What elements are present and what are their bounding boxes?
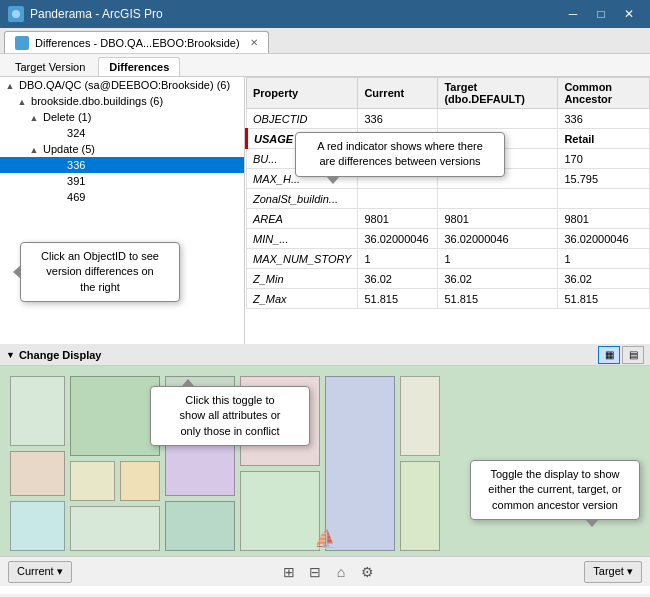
- app-title: Panderama - ArcGIS Pro: [30, 7, 163, 21]
- tree-item-buildings[interactable]: ▲ brookside.dbo.buildings (6): [0, 93, 244, 109]
- tree-item-label: DBO.QA/QC (sa@DEEBOO:Brookside) (6): [19, 79, 230, 91]
- tree-item-label: Delete (1): [43, 111, 91, 123]
- tab-label: Differences - DBO.QA...EBOO:Brookside): [35, 37, 240, 49]
- map-feature-4: [70, 376, 160, 456]
- app-icon: [8, 6, 24, 22]
- map-feature-2: [10, 451, 65, 496]
- cell-ancestor: [558, 189, 650, 209]
- expand-icon: ▲: [16, 97, 28, 107]
- tree-item-469[interactable]: 469: [0, 189, 244, 205]
- cell-current: 9801: [358, 209, 438, 229]
- cell-property: AREA: [247, 209, 358, 229]
- tab-close-icon[interactable]: ✕: [250, 37, 258, 48]
- map-feature-7: [70, 506, 160, 551]
- expand-icon: ▲: [4, 81, 16, 91]
- col-property: Property: [247, 78, 358, 109]
- minimize-button[interactable]: ─: [560, 4, 586, 24]
- cell-target: 1: [438, 249, 558, 269]
- callout-objectid: Click an ObjectID to see version differe…: [20, 242, 180, 302]
- cell-current: 51.815: [358, 289, 438, 309]
- tree-item-label: Update (5): [43, 143, 95, 155]
- settings-button[interactable]: ⚙: [356, 561, 378, 583]
- table-row: Z_Max51.81551.81551.815: [247, 289, 650, 309]
- tree-item-update[interactable]: ▲ Update (5): [0, 141, 244, 157]
- map-feature-12: [240, 471, 320, 551]
- col-target: Target (dbo.DEFAULT): [438, 78, 558, 109]
- col-ancestor: Common Ancestor: [558, 78, 650, 109]
- cell-ancestor: 1: [558, 249, 650, 269]
- change-display-section: ▼ Change Display ▦ ▤: [0, 344, 650, 594]
- change-display-header: ▼ Change Display ▦ ▤: [0, 344, 650, 366]
- home-button[interactable]: ⌂: [330, 561, 352, 583]
- cell-target: [438, 189, 558, 209]
- expand-icon: [52, 193, 64, 203]
- tree-item-324[interactable]: 324: [0, 125, 244, 141]
- map-feature-13: [325, 376, 395, 551]
- table-row: MIN_...36.0200004636.0200004636.02000046: [247, 229, 650, 249]
- tree-item-336[interactable]: 336: [0, 157, 244, 173]
- cell-current: 1: [358, 249, 438, 269]
- zoom-out-button[interactable]: ⊟: [304, 561, 326, 583]
- cell-property: MAX_NUM_STORY: [247, 249, 358, 269]
- cell-target: 36.02000046: [438, 229, 558, 249]
- cell-target: 51.815: [438, 289, 558, 309]
- tab-differences[interactable]: Differences: [98, 57, 180, 76]
- cell-target: 36.02: [438, 269, 558, 289]
- cell-target: [438, 109, 558, 129]
- change-display-label: Change Display: [19, 349, 102, 361]
- grid-view-button[interactable]: ▦: [598, 346, 620, 364]
- current-version-button[interactable]: Current ▾: [8, 561, 72, 583]
- map-feature-10: [165, 501, 235, 551]
- diff-table: Property Current Target (dbo.DEFAULT) Co…: [245, 77, 650, 309]
- callout-toggle: Click this toggle to show all attributes…: [150, 386, 310, 446]
- tree-item-label: 391: [67, 175, 85, 187]
- diff-table-panel: Property Current Target (dbo.DEFAULT) Co…: [245, 77, 650, 344]
- tab-target-version[interactable]: Target Version: [4, 57, 96, 76]
- cell-property: OBJECTID: [247, 109, 358, 129]
- map-feature-15: [400, 461, 440, 551]
- chevron-icon: ▼: [6, 350, 15, 360]
- tab-bar: Differences - DBO.QA...EBOO:Brookside) ✕: [0, 28, 650, 54]
- tree-item-label: 324: [67, 127, 85, 139]
- tree-item-391[interactable]: 391: [0, 173, 244, 189]
- cell-current: [358, 189, 438, 209]
- tab-icon: [15, 36, 29, 50]
- expand-icon: [52, 161, 64, 171]
- map-feature-5: [70, 461, 115, 501]
- status-icons: ⊞ ⊟ ⌂ ⚙: [278, 561, 378, 583]
- version-tree-panel: ▲ DBO.QA/QC (sa@DEEBOO:Brookside) (6) ▲ …: [0, 77, 245, 344]
- cell-target: 9801: [438, 209, 558, 229]
- status-bar: Current ▾ ⊞ ⊟ ⌂ ⚙ Target ▾: [0, 556, 650, 586]
- table-row: ZonalSt_buildin...: [247, 189, 650, 209]
- close-button[interactable]: ✕: [616, 4, 642, 24]
- svg-point-0: [12, 10, 20, 18]
- cell-property: MIN_...: [247, 229, 358, 249]
- table-row: AREA980198019801: [247, 209, 650, 229]
- cell-property: ZonalSt_buildin...: [247, 189, 358, 209]
- window-controls: ─ □ ✕: [560, 4, 642, 24]
- cell-ancestor: 15.795: [558, 169, 650, 189]
- table-view-button[interactable]: ▤: [622, 346, 644, 364]
- expand-icon: [52, 129, 64, 139]
- table-row: MAX_NUM_STORY111: [247, 249, 650, 269]
- tree-item-delete[interactable]: ▲ Delete (1): [0, 109, 244, 125]
- cell-ancestor: 36.02000046: [558, 229, 650, 249]
- maximize-button[interactable]: □: [588, 4, 614, 24]
- table-row: OBJECTID336336: [247, 109, 650, 129]
- cell-ancestor: 51.815: [558, 289, 650, 309]
- cell-ancestor: 9801: [558, 209, 650, 229]
- zoom-in-button[interactable]: ⊞: [278, 561, 300, 583]
- tree-item-dboqaqc[interactable]: ▲ DBO.QA/QC (sa@DEEBOO:Brookside) (6): [0, 77, 244, 93]
- inner-tab-bar: Target Version Differences: [0, 54, 650, 77]
- map-toolbar: ▦ ▤: [598, 346, 644, 364]
- target-version-button[interactable]: Target ▾: [584, 561, 642, 583]
- main-tab-differences[interactable]: Differences - DBO.QA...EBOO:Brookside) ✕: [4, 31, 269, 53]
- map-feature-9: [165, 441, 235, 496]
- map-feature-1: [10, 376, 65, 446]
- cell-current: 336: [358, 109, 438, 129]
- map-area: ⛵ Click this toggle to show all attribut…: [0, 366, 650, 556]
- cell-current: 36.02: [358, 269, 438, 289]
- tree-item-label: brookside.dbo.buildings (6): [31, 95, 163, 107]
- title-bar: Panderama - ArcGIS Pro ─ □ ✕: [0, 0, 650, 28]
- cell-ancestor: 36.02: [558, 269, 650, 289]
